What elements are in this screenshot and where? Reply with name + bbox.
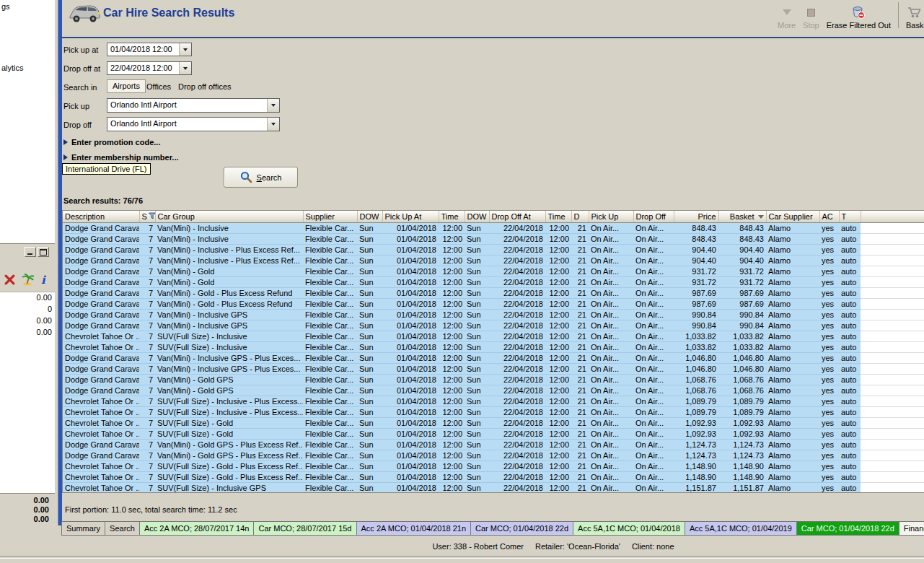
result-row[interactable]: Dodge Grand Carava...7Van(Mini) - Gold G… — [63, 375, 924, 385]
column-header-drop-off-at[interactable]: Drop Off At — [489, 211, 545, 223]
amount-value: 0.00 — [0, 315, 52, 326]
stop-button[interactable]: Stop — [803, 5, 819, 30]
column-header-description[interactable]: Description — [63, 211, 139, 223]
bottom-tab[interactable]: Acc 5A,1C MCO; 01/04/2019 — [685, 521, 797, 536]
bottom-tab[interactable]: Car MCO; 01/04/2018 22d — [470, 521, 573, 536]
result-row[interactable]: Dodge Grand Carava...7Van(Mini) - Inclus… — [63, 310, 924, 320]
result-row[interactable]: Dodge Grand Carava...7Van(Mini) - Gold G… — [63, 440, 924, 450]
promotion-code-expander[interactable]: Enter promotion code... — [63, 138, 160, 147]
status-client: Client: none — [632, 542, 674, 551]
search-timing-status: First portion: 11.0 sec, total search ti… — [65, 505, 237, 514]
sidebar-item-bookings[interactable]: gs — [1, 2, 10, 11]
dropoff-location-select[interactable]: Orlando Intl Airport — [107, 117, 280, 131]
column-header-dow[interactable]: DOW — [357, 211, 382, 223]
total-value: 0.00 — [0, 515, 49, 524]
result-row[interactable]: Dodge Grand Carava...7Van(Mini) - Gold -… — [63, 299, 924, 310]
column-header-s[interactable]: S — [139, 211, 155, 223]
result-row[interactable]: Dodge Grand Carava...7Van(Mini) - Inclus… — [63, 256, 924, 266]
results-count-label: Search results: 76/76 — [63, 196, 143, 205]
dropoff-at-datetime-input[interactable]: 22/04/2018 12:00 — [107, 61, 192, 75]
minimize-button[interactable] — [25, 247, 36, 257]
result-row[interactable]: Dodge Grand Carava...7Van(Mini) - Inclus… — [63, 234, 924, 245]
bottom-tab[interactable]: Car MCO; 28/07/2017 15d — [253, 521, 356, 536]
column-header-car-group[interactable]: Car Group — [155, 211, 303, 223]
statusbar-divider — [0, 556, 924, 559]
result-row[interactable]: Chevrolet Tahoe Or ...7SUV(Full Size) - … — [63, 396, 924, 407]
car-icon — [68, 3, 101, 25]
chevron-down-icon — [783, 5, 791, 19]
maximize-button[interactable] — [38, 247, 49, 257]
result-row[interactable]: Dodge Grand Carava...7Van(Mini) - Inclus… — [63, 223, 924, 234]
column-header-pick-up-at[interactable]: Pick Up At — [382, 211, 439, 223]
result-row[interactable]: Chevrolet Tahoe Or ...7SUV(Full Size) - … — [63, 418, 924, 429]
column-header-ac[interactable]: AC — [819, 211, 839, 223]
chevron-down-icon[interactable] — [267, 99, 279, 112]
bottom-tab[interactable]: Summary — [61, 521, 105, 536]
result-row[interactable]: Chevrolet Tahoe Or ...7SUV(Full Size) - … — [63, 472, 924, 483]
basket-button[interactable]: Bask — [906, 5, 923, 30]
bottom-tab[interactable]: Financial Summary — [899, 521, 924, 536]
result-row[interactable]: Chevrolet Tahoe Or ...7SUV(Full Size) - … — [63, 429, 924, 440]
column-header-car-supplier[interactable]: Car Supplier — [766, 211, 819, 223]
car-hire-search-window: gs alytics i 0.0000.000.00 0.000.000.00 … — [0, 0, 924, 563]
result-row[interactable]: Dodge Grand Carava...7Van(Mini) - Inclus… — [63, 320, 924, 331]
result-row[interactable]: Dodge Grand Carava...7Van(Mini) - Gold G… — [63, 450, 924, 461]
result-row[interactable]: Dodge Grand Carava...7Van(Mini) - Gold G… — [63, 385, 924, 396]
column-header-drop-off[interactable]: Drop Off — [633, 211, 674, 223]
toolbar: More Stop Erase Filtered Out — [778, 2, 923, 30]
basket-cart-icon — [907, 5, 922, 19]
bottom-tab[interactable]: Acc 2A MCO; 28/07/2017 14n — [139, 521, 255, 536]
column-header-t[interactable]: T — [839, 211, 861, 223]
column-header-d[interactable]: D — [571, 211, 589, 223]
result-row[interactable]: Dodge Grand Carava...7Van(Mini) - Inclus… — [63, 245, 924, 256]
column-header-pick-up[interactable]: Pick Up — [589, 211, 633, 223]
membership-number-expander[interactable]: Enter membership number... — [63, 153, 179, 162]
column-header-basket[interactable]: Basket — [718, 211, 766, 223]
result-row[interactable]: Chevrolet Tahoe Or ...7SUV(Full Size) - … — [63, 407, 924, 418]
sidebar-mini-panel: i — [0, 243, 55, 292]
result-row[interactable]: Dodge Grand Carava...7Van(Mini) - Inclus… — [63, 364, 924, 375]
result-row[interactable]: Dodge Grand Carava...7Van(Mini) - GoldFl… — [63, 277, 924, 288]
palm-tree-icon[interactable] — [22, 273, 35, 286]
result-row[interactable]: Dodge Grand Carava...7Van(Mini) - GoldFl… — [63, 266, 924, 277]
sidebar-item-analytics[interactable]: alytics — [1, 64, 24, 72]
pickup-location-select[interactable]: Orlando Intl Airport — [107, 98, 280, 113]
result-row[interactable]: Chevrolet Tahoe Or ...7SUV(Full Size) - … — [63, 342, 924, 353]
dropoff-label: Drop off — [63, 121, 92, 129]
amount-value: 0 — [0, 303, 52, 315]
sidebar-amounts: 0.0000.000.00 — [0, 292, 52, 338]
info-icon[interactable]: i — [41, 274, 45, 287]
dropoff-at-label: Drop off at — [63, 64, 100, 73]
bottom-tab[interactable]: Car MCO; 01/04/2018 22d — [796, 521, 899, 536]
tab-dropoff-offices[interactable]: Drop off offices — [178, 81, 232, 92]
chevron-down-icon[interactable] — [179, 43, 191, 56]
column-header-supplier[interactable]: Supplier — [303, 211, 357, 223]
chevron-down-icon[interactable] — [179, 62, 191, 74]
result-row[interactable]: Dodge Grand Carava...7Van(Mini) - Inclus… — [63, 353, 924, 364]
tab-offices[interactable]: Offices — [146, 81, 171, 92]
header-divider — [61, 37, 924, 38]
bottom-tab[interactable]: Search — [105, 521, 140, 536]
result-row[interactable]: Chevrolet Tahoe Or ...7SUV(Full Size) - … — [63, 483, 924, 494]
column-header-time[interactable]: Time — [439, 211, 465, 223]
column-header-dow[interactable]: DOW — [465, 211, 489, 223]
total-value: 0.00 — [0, 496, 49, 505]
result-row[interactable]: Dodge Grand Carava...7Van(Mini) - Gold -… — [63, 288, 924, 299]
chevron-down-icon[interactable] — [267, 118, 279, 131]
column-header-price[interactable]: Price — [674, 211, 718, 223]
search-button[interactable]: Search — [224, 167, 298, 188]
tab-airports[interactable]: Airports — [107, 79, 146, 93]
delete-icon[interactable] — [4, 274, 15, 285]
result-row[interactable]: Chevrolet Tahoe Or ...7SUV(Full Size) - … — [63, 461, 924, 472]
expander-arrow-icon — [63, 139, 68, 145]
pickup-at-datetime-input[interactable]: 01/04/2018 12:00 — [107, 43, 192, 56]
more-button[interactable]: More — [778, 5, 796, 30]
sort-descending-icon — [758, 215, 764, 219]
status-retailer: Retailer: 'Ocean-Florida' — [535, 542, 620, 551]
bottom-tab[interactable]: Acc 2A MCO; 01/04/2018 21n — [356, 521, 472, 536]
result-row[interactable]: Chevrolet Tahoe Or ...7SUV(Full Size) - … — [63, 331, 924, 342]
column-header-time[interactable]: Time — [545, 211, 571, 223]
erase-filtered-out-button[interactable]: Erase Filtered Out — [827, 5, 891, 30]
column-header-filler — [861, 211, 924, 223]
bottom-tab[interactable]: Acc 5A,1C MCO; 01/04/2018 — [573, 521, 685, 536]
